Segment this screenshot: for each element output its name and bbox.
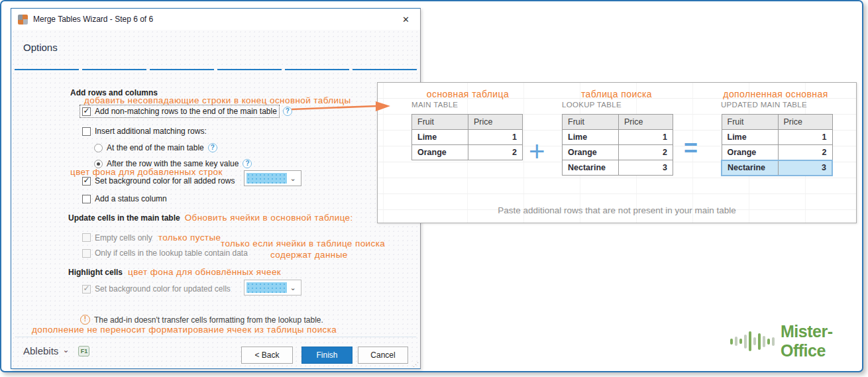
- table-row: Lime1: [563, 130, 673, 145]
- warning-icon: !: [80, 315, 90, 325]
- step-segment: [15, 69, 79, 70]
- table-row: Nectarine3: [563, 160, 673, 176]
- main-table-label: MAIN TABLE: [411, 101, 458, 109]
- illustration-table: FruitPriceLime1Orange2: [411, 114, 523, 160]
- step-segment: [353, 69, 417, 70]
- merge-tables-icon: [18, 15, 28, 25]
- column-header: Price: [468, 115, 523, 130]
- mister-office-logo: Mister-Office: [730, 326, 856, 356]
- section-update-cells-title: Update cells in the main table: [68, 213, 180, 223]
- page-title: Options: [23, 42, 58, 53]
- footer-divider: [15, 337, 416, 337]
- lookup-contain-label: Only if cells in the lookup table contai…: [95, 248, 248, 258]
- radio-dot: [97, 162, 100, 166]
- table-row: Orange2: [412, 145, 523, 160]
- cancel-button[interactable]: Cancel: [358, 347, 408, 364]
- radio-end-label: At the end of the main table: [107, 143, 204, 152]
- table-row: Lime1: [412, 130, 523, 145]
- lookup-contain-checkbox: [82, 249, 91, 258]
- lookup-table-annotation: таблица поиска: [555, 89, 678, 99]
- section-highlight-title: Highlight cells: [68, 268, 123, 277]
- add-nonmatching-label: Add non-matching rows to the end of the …: [95, 107, 277, 116]
- column-header: Price: [778, 115, 832, 130]
- table-row: Lime1: [722, 130, 832, 145]
- updated-table-annotation: дополненная основная: [708, 89, 843, 99]
- bg-updated-label: Set background color for updated cells: [95, 284, 231, 294]
- screenshot-frame: Merge Tables Wizard - Step 6 of 6 ✕ Opti…: [0, 0, 863, 372]
- add-nonmatching-checkbox[interactable]: ✓: [82, 107, 91, 116]
- equalizer-bars-icon: [730, 331, 775, 351]
- annotation-note: дополнение не переносит форматирование я…: [32, 325, 337, 335]
- radio-end-of-table[interactable]: [94, 144, 103, 152]
- chevron-down-icon[interactable]: ⌄: [62, 345, 69, 354]
- added-rows-color-dropdown[interactable]: ⌄: [244, 170, 301, 186]
- column-header: Fruit: [412, 115, 468, 130]
- titlebar: Merge Tables Wizard - Step 6 of 6 ✕: [11, 9, 420, 30]
- merge-tables-wizard-window: Merge Tables Wizard - Step 6 of 6 ✕ Opti…: [11, 8, 421, 369]
- check-icon: ✓: [83, 177, 89, 184]
- column-header: Fruit: [563, 115, 619, 130]
- dialog-body: Options Add rows and columns добавить не…: [11, 30, 420, 368]
- pointer-arrow: [290, 100, 392, 116]
- illustration-table: FruitPriceLime1Orange2Nectarine3: [562, 114, 673, 176]
- column-header: Price: [619, 115, 673, 130]
- insert-matching-label: Insert additional matching rows:: [95, 127, 207, 136]
- lookup-table: FruitPriceLime1Orange2Nectarine3: [562, 114, 673, 176]
- plus-operator: +: [529, 136, 545, 168]
- illustration-table: FruitPriceLime1Orange2Nectarine3: [721, 114, 833, 176]
- check-icon: ✓: [83, 285, 89, 292]
- finish-button[interactable]: Finish: [301, 347, 353, 364]
- chevron-down-icon: ⌄: [287, 173, 299, 184]
- annotation-empty-cells: только пустые: [158, 233, 221, 242]
- step-progress: [15, 69, 417, 70]
- main-table-annotation: основная таблица: [405, 89, 531, 99]
- f1-help-badge[interactable]: F1: [78, 346, 89, 356]
- lookup-table-label: LOOKUP TABLE: [562, 101, 622, 109]
- bg-updated-checkbox: ✓: [82, 285, 91, 294]
- note-text: The add-in doesn't transfer cells format…: [94, 315, 323, 325]
- bg-added-label: Set background color for all added rows: [95, 176, 235, 186]
- annotation-lookup-line2: содержат данные: [270, 250, 348, 260]
- step-segment: [150, 69, 214, 70]
- equals-operator: =: [684, 135, 698, 162]
- empty-cells-checkbox: [82, 233, 91, 242]
- insert-matching-checkbox[interactable]: [82, 127, 91, 136]
- resize-grip[interactable]: ⋰: [413, 361, 419, 368]
- ablebits-menu[interactable]: Ablebits: [23, 345, 58, 356]
- step-segment: [285, 69, 349, 70]
- color-swatch: [246, 282, 287, 293]
- logo-text: Mister-Office: [781, 322, 856, 360]
- table-row: Orange2: [722, 145, 832, 160]
- add-nonmatching-row: ✓ Add non-matching rows to the end of th…: [80, 105, 279, 117]
- illustration-panel: основная таблица MAIN TABLE FruitPriceLi…: [377, 82, 857, 223]
- bg-added-checkbox[interactable]: ✓: [82, 177, 91, 186]
- updated-table-label: UPDATED MAIN TABLE: [721, 101, 807, 109]
- annotation-lookup-line1: только если ячейки в таблице поиска: [221, 239, 385, 248]
- help-icon[interactable]: ?: [208, 143, 217, 152]
- status-column-label: Add a status column: [95, 194, 167, 203]
- table-row: Nectarine3: [722, 160, 832, 176]
- updated-cells-color-dropdown[interactable]: ⌄: [244, 280, 301, 296]
- illustration-caption: Paste additional rows that are not prese…: [378, 205, 856, 215]
- close-icon[interactable]: ✕: [398, 13, 413, 26]
- help-icon[interactable]: ?: [243, 159, 252, 168]
- step-segment: [82, 69, 146, 70]
- table-row: Orange2: [563, 145, 673, 160]
- annotation-bg-added: цвет фона для добавленных строк: [70, 167, 223, 177]
- empty-cells-label: Empty cells only: [95, 233, 152, 242]
- annotation-highlight: цвет фона для обновлённых ячеек: [128, 267, 281, 277]
- color-swatch: [246, 173, 287, 184]
- back-button[interactable]: < Back: [241, 347, 293, 364]
- status-column-checkbox[interactable]: [82, 195, 91, 203]
- column-header: Fruit: [722, 115, 778, 130]
- main-table: FruitPriceLime1Orange2: [411, 114, 523, 160]
- step-segment: [217, 69, 282, 70]
- window-title: Merge Tables Wizard - Step 6 of 6: [33, 15, 153, 24]
- annotation-update-cells: Обновить ячейки в основной таблице:: [185, 213, 353, 223]
- check-icon: ✓: [83, 107, 89, 114]
- updated-table: FruitPriceLime1Orange2Nectarine3: [721, 114, 833, 176]
- chevron-down-icon: ⌄: [287, 282, 299, 293]
